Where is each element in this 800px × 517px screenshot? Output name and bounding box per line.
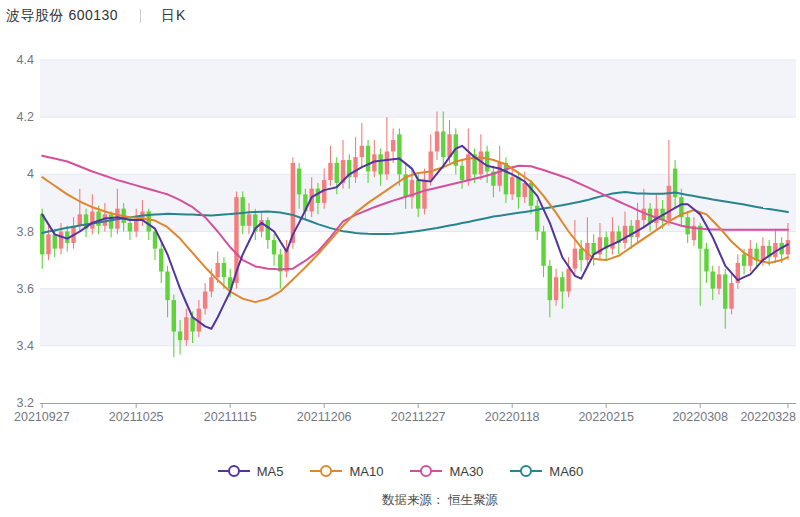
candle-up [385, 117, 389, 180]
candle-up [729, 274, 733, 314]
ma60-legend-marker [509, 464, 543, 478]
candle-up [435, 111, 439, 160]
candle-up [736, 254, 740, 288]
x-axis-label: 20211025 [109, 410, 164, 424]
grid-stripe [40, 60, 796, 117]
x-axis-label: 20220118 [485, 410, 540, 424]
title-divider [140, 9, 141, 23]
candle-down [109, 211, 113, 237]
candle-down [591, 234, 595, 265]
candle-down [704, 243, 708, 283]
x-axis-label: 20211227 [391, 410, 446, 424]
stock-title: 波导股份 600130 [6, 7, 118, 25]
legend-label-ma60: MA60 [549, 464, 583, 479]
period-tab-daily-k[interactable]: 日K [161, 7, 186, 25]
candle-up [353, 137, 357, 183]
y-axis-label: 3.2 [17, 396, 34, 410]
ma10-legend-marker [309, 464, 343, 478]
grid-stripe [40, 289, 796, 346]
candle-up [773, 229, 777, 263]
candle-up [328, 146, 332, 186]
legend-label-ma10: MA10 [349, 464, 383, 479]
x-axis-label: 20211115 [204, 410, 257, 424]
candle-down [541, 226, 545, 277]
legend-label-ma30: MA30 [449, 464, 483, 479]
candle-down [441, 111, 445, 168]
candle-up [391, 129, 395, 163]
ma30-legend-marker [409, 464, 443, 478]
candle-up [466, 129, 470, 186]
y-axis-label: 4 [27, 167, 34, 181]
x-axis-label: 20220215 [578, 410, 634, 424]
x-axis-label: 20211206 [297, 410, 352, 424]
y-axis-label: 3.8 [17, 225, 34, 239]
y-axis-label: 3.6 [17, 282, 34, 296]
ma-legend: MA5 MA10 MA30 MA60 [0, 460, 800, 482]
chart-header: 波导股份 600130 日K [6, 6, 186, 26]
candle-down [266, 217, 270, 248]
y-axis-label: 4.4 [17, 53, 34, 67]
y-axis-label: 3.4 [17, 339, 34, 353]
candle-down [272, 234, 276, 265]
x-axis-label: 20220308 [672, 410, 728, 424]
legend-item-ma5[interactable]: MA5 [217, 464, 284, 479]
candle-down [535, 200, 539, 240]
candle-down [159, 243, 163, 283]
candle-up [360, 123, 364, 169]
x-axis-label: 20210927 [14, 410, 70, 424]
legend-label-ma5: MA5 [257, 464, 284, 479]
candle-up [372, 140, 376, 177]
data-source-label: 数据来源： 恒生聚源 [80, 492, 800, 509]
ma5-legend-marker [217, 464, 251, 478]
candle-down [172, 294, 176, 357]
price-chart: 2021092720211025202111152021120620211227… [0, 0, 800, 452]
legend-item-ma30[interactable]: MA30 [409, 464, 483, 479]
legend-item-ma10[interactable]: MA10 [309, 464, 383, 479]
x-axis-label: 20220328 [740, 410, 796, 424]
y-axis-label: 4.2 [17, 110, 34, 124]
legend-item-ma60[interactable]: MA60 [509, 464, 583, 479]
